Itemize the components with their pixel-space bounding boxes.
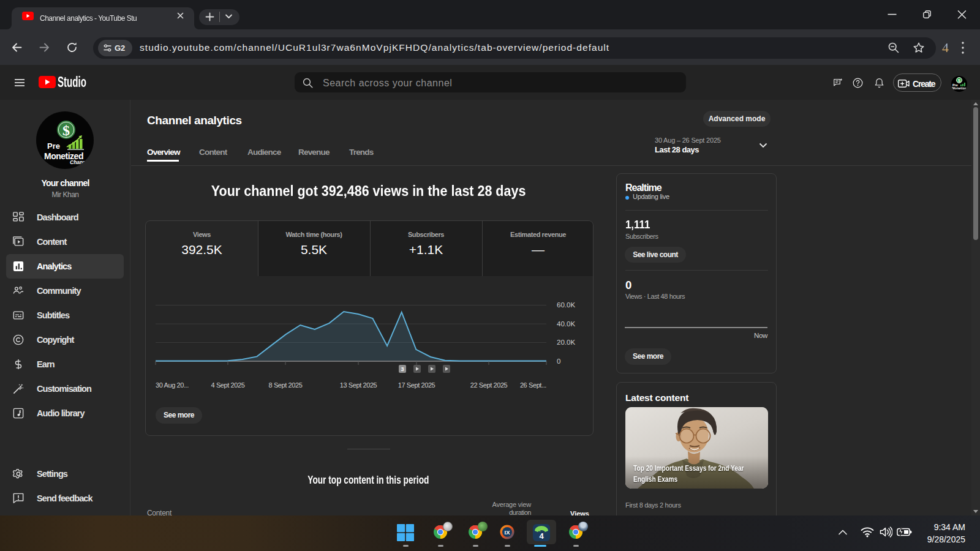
svg-text:8 Sept 2025: 8 Sept 2025 (269, 381, 303, 389)
svg-text:4: 4 (539, 531, 544, 541)
svg-text:60.0K: 60.0K (557, 301, 575, 309)
svg-text:40.0K: 40.0K (557, 320, 575, 328)
svg-text:30 Aug 20...: 30 Aug 20... (156, 381, 189, 389)
svg-text:26 Sept...: 26 Sept... (520, 381, 546, 389)
svg-text:0: 0 (557, 358, 560, 365)
svg-text:13 Sept 2025: 13 Sept 2025 (340, 381, 377, 389)
svg-text:$: $ (62, 122, 70, 138)
svg-text:IX: IX (505, 529, 511, 536)
svg-text:3: 3 (401, 366, 404, 372)
svg-text:20.0K: 20.0K (557, 339, 575, 346)
svg-text:22 Sept 2025: 22 Sept 2025 (470, 381, 508, 389)
svg-text:17 Sept 2025: 17 Sept 2025 (398, 381, 435, 389)
svg-text:4 Sept 2025: 4 Sept 2025 (211, 381, 245, 389)
